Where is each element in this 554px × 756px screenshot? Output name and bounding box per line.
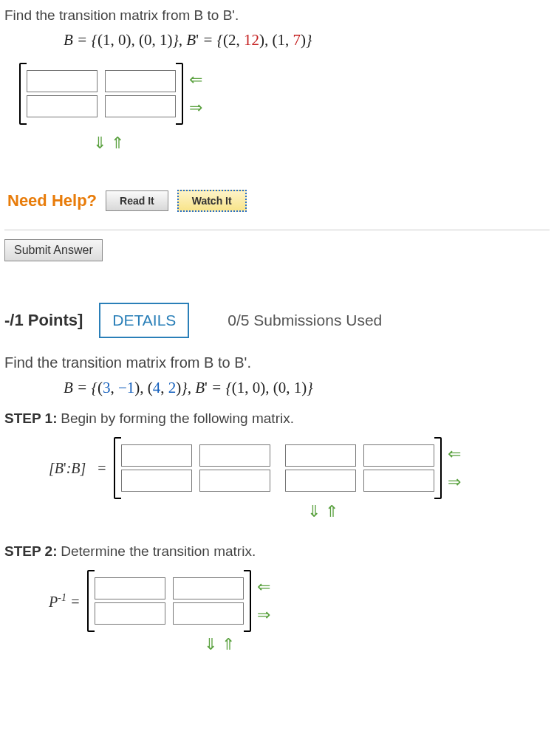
q1-col-arrows[interactable]: ⇓ ⇑ [93, 134, 550, 153]
q1-prompt: Find the transition matrix from B to B'. [4, 7, 550, 24]
step1: STEP 1: Begin by forming the following m… [4, 410, 550, 427]
arrow-right-icon[interactable]: ⇒ [257, 605, 270, 625]
step2-label: STEP 2: [4, 543, 57, 559]
score-row: -/1 Points] DETAILS 0/5 Submissions Used [4, 303, 550, 338]
s1-m-0-1[interactable] [199, 444, 270, 467]
step1-label: STEP 1: [4, 410, 57, 426]
step2-matrix-label: P-1 = [49, 592, 80, 611]
step2: STEP 2: Determine the transition matrix. [4, 543, 550, 560]
s2-m-1-1[interactable] [173, 602, 244, 625]
s1-m-0-2[interactable] [285, 444, 356, 467]
q2-step1-matrix: [B':B] = ⇐ ⇒ [49, 437, 550, 499]
s1-m-1-1[interactable] [199, 470, 270, 492]
s2-col-arrows[interactable]: ⇓ ⇑ [204, 635, 550, 654]
q1-m-0-0[interactable] [27, 70, 98, 92]
read-it-button[interactable]: Read It [106, 190, 168, 211]
submit-answer-button[interactable]: Submit Answer [4, 239, 103, 261]
arrow-right-icon[interactable]: ⇒ [448, 472, 461, 492]
points-label: -/1 Points] [4, 311, 83, 330]
arrow-down-icon[interactable]: ⇓ [307, 502, 321, 521]
s2-m-0-0[interactable] [95, 577, 165, 599]
arrow-left-icon[interactable]: ⇐ [189, 70, 202, 89]
details-button[interactable]: DETAILS [99, 303, 189, 338]
arrow-down-icon[interactable]: ⇓ [204, 635, 217, 654]
q1-m-1-1[interactable] [105, 95, 176, 117]
q2-bases: B = {(3, −1), (4, 2)}, B' = {(1, 0), (0,… [64, 379, 550, 397]
step2-text: Determine the transition matrix. [61, 543, 256, 559]
s1-m-0-3[interactable] [363, 444, 434, 467]
s2-m-1-0[interactable] [95, 602, 165, 625]
q1-bases: B = {(1, 0), (0, 1)}, B' = {(2, 12), (1,… [64, 31, 550, 49]
s1-m-1-0[interactable] [121, 470, 192, 492]
arrow-left-icon[interactable]: ⇐ [257, 577, 270, 597]
q1-m-0-1[interactable] [105, 70, 176, 92]
q2-step2-matrix: P-1 = ⇐ ⇒ [49, 570, 550, 632]
arrow-up-icon[interactable]: ⇑ [222, 635, 235, 654]
s2-m-0-1[interactable] [173, 577, 244, 599]
q1-matrix-input: ⇐ ⇒ [19, 63, 202, 125]
need-help-label: Need Help? [7, 191, 97, 210]
s1-m-1-2[interactable] [285, 470, 356, 492]
step1-text: Begin by forming the following matrix. [61, 410, 294, 426]
arrow-up-icon[interactable]: ⇑ [325, 502, 338, 521]
arrow-up-icon[interactable]: ⇑ [111, 134, 124, 153]
s1-m-0-0[interactable] [121, 444, 192, 467]
watch-it-button[interactable]: Watch It [177, 190, 247, 212]
arrow-right-icon[interactable]: ⇒ [189, 98, 202, 117]
s1-m-1-3[interactable] [363, 470, 434, 492]
q1-m-1-0[interactable] [27, 95, 98, 117]
need-help-row: Need Help? Read It Watch It [7, 190, 550, 212]
arrow-left-icon[interactable]: ⇐ [448, 444, 461, 464]
s1-col-arrows[interactable]: ⇓ ⇑ [307, 502, 550, 521]
submissions-used: 0/5 Submissions Used [228, 312, 382, 329]
q2-prompt: Find the transition matrix from B to B'. [4, 354, 550, 371]
step1-matrix-label: [B':B] [49, 460, 86, 477]
arrow-down-icon[interactable]: ⇓ [93, 134, 106, 153]
